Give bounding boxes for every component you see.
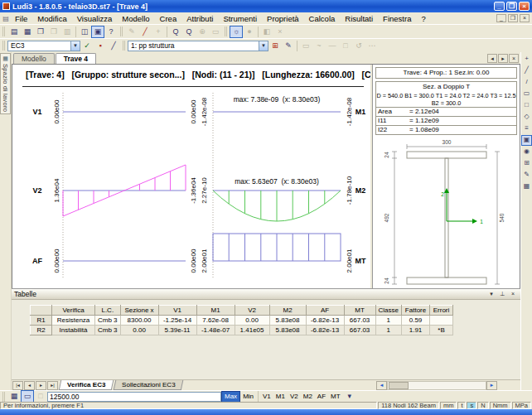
unit-mass[interactable]: t <box>457 402 466 409</box>
col-classe[interactable]: Classe <box>375 306 401 316</box>
cell[interactable]: 667.03 <box>344 326 375 335</box>
scroll-left-icon[interactable]: ◄ <box>376 381 387 390</box>
view-edit-button[interactable]: ▣ <box>91 26 104 38</box>
close-view-button[interactable]: × <box>273 26 287 38</box>
tab-modello[interactable]: Modello <box>13 53 55 64</box>
zoom-frame-button[interactable]: ▭ <box>209 26 222 38</box>
menu-crea[interactable]: Crea <box>155 13 182 24</box>
cell[interactable]: 7.62e-08 <box>196 316 235 326</box>
col-mt[interactable]: MT <box>344 306 375 316</box>
minimize-button[interactable]: _ <box>494 2 505 11</box>
cell[interactable]: 5.83e08 <box>269 326 306 335</box>
draw-tool-button-2[interactable]: ╱ <box>521 65 532 76</box>
spline-tool-button[interactable]: ~ <box>312 40 326 52</box>
cell[interactable]: Instabilità <box>52 326 95 335</box>
toolbar-grip[interactable] <box>123 41 125 51</box>
table-zoom-icon[interactable]: ▦ <box>7 390 21 403</box>
light-button[interactable]: ☼ <box>230 26 243 38</box>
menu-help[interactable]: ? <box>416 13 430 24</box>
menu-calcola[interactable]: Calcola <box>304 13 341 24</box>
nav-first-icon[interactable]: |◂ <box>12 381 23 390</box>
toolbar-grip[interactable] <box>2 392 5 402</box>
cell[interactable]: 5.39e-11 <box>158 326 196 335</box>
toolbar-grip[interactable] <box>225 27 227 36</box>
cell[interactable]: 1.41e05 <box>235 326 269 335</box>
copy-special-button[interactable]: ❐ <box>47 26 60 38</box>
col-v1[interactable]: V1 <box>158 306 196 316</box>
paste-button[interactable]: ▥ <box>60 26 74 38</box>
draw-tool-button-6[interactable]: ◇ <box>521 112 532 123</box>
draw-tool-button-9[interactable]: ◉ <box>521 147 532 157</box>
draw-tool-button-3[interactable]: / <box>521 77 532 88</box>
draw-tool-button-1[interactable]: + <box>521 54 532 65</box>
sheet-tab-verifica-ec3[interactable]: Verifica EC3 <box>59 380 114 390</box>
cell[interactable]: -1.25e-14 <box>158 316 196 326</box>
workspace-tab[interactable]: ▦ Spazio di lavoro <box>0 53 11 114</box>
chevron-down-icon[interactable]: ▼ <box>70 41 80 51</box>
peek-toggle-button[interactable]: ▭ <box>21 390 34 403</box>
col-m1[interactable]: M1 <box>196 306 235 316</box>
tab-trave-4[interactable]: Trave 4 <box>56 53 96 64</box>
min-button[interactable]: Min <box>240 392 256 402</box>
pane-close-icon[interactable]: × <box>508 290 518 298</box>
draw-tool-button-4[interactable]: ▭ <box>521 89 532 99</box>
chevron-down-icon[interactable]: ▼ <box>259 41 268 51</box>
node-tool-button[interactable]: ▪ <box>94 40 107 52</box>
row-header[interactable]: R1 <box>31 316 52 326</box>
section-x-field[interactable] <box>47 392 221 402</box>
nav-next-icon[interactable]: ▸ <box>36 381 46 390</box>
draw-tool-button-11[interactable]: ✎ <box>521 170 532 181</box>
draw-line-button[interactable]: ╱ <box>138 26 152 38</box>
toolbar-grip[interactable] <box>2 41 5 51</box>
pane-menu-icon[interactable]: ▾ <box>486 290 496 298</box>
mdi-restore-button[interactable]: ❐ <box>508 14 518 22</box>
m2-toggle-button[interactable]: M2 <box>301 392 315 402</box>
grid-button[interactable]: ⊞ <box>268 40 282 52</box>
row-header[interactable] <box>31 306 52 316</box>
diagram-canvas[interactable]: [Trave: 4] [Gruppo: strutture secon...] … <box>12 65 370 288</box>
mdi-minimize-button[interactable]: _ <box>496 14 506 22</box>
unit-time[interactable]: s <box>467 402 476 409</box>
unit-moment[interactable]: Nmm <box>490 402 511 409</box>
cell[interactable]: 1 <box>375 316 401 326</box>
cell[interactable]: 8300.00 <box>120 316 158 326</box>
col-af[interactable]: AF <box>306 306 344 316</box>
col-v2[interactable]: V2 <box>235 306 269 316</box>
menu-strumenti[interactable]: Strumenti <box>218 13 262 24</box>
scroll-right-icon[interactable]: ► <box>486 381 497 390</box>
cell[interactable]: 5.83e08 <box>269 316 306 326</box>
copy-button[interactable]: ❐ <box>34 26 47 38</box>
draw-tool-button-8[interactable]: ▣ <box>521 135 532 146</box>
cell[interactable]: 0.00 <box>120 326 158 335</box>
draw-tool-button-12[interactable]: ▦ <box>521 181 532 192</box>
add-button[interactable]: + <box>152 26 165 38</box>
undo-button[interactable]: ↺ <box>352 40 365 52</box>
col-errori[interactable]: Errori <box>430 306 453 316</box>
pane-pin-icon[interactable]: ⊥ <box>497 290 507 298</box>
cell[interactable]: 667.03 <box>344 316 375 326</box>
horizontal-scrollbar[interactable]: ◄ ► <box>376 381 497 390</box>
cell[interactable]: 1 <box>375 326 401 335</box>
bar-tool-button[interactable]: — <box>326 40 339 52</box>
cell[interactable]: Resistenza <box>52 316 95 326</box>
menu-file[interactable]: File <box>10 13 32 24</box>
analysis-combo[interactable]: EC3 ▼ <box>7 41 80 51</box>
cell[interactable]: Cmb 3 <box>95 316 121 326</box>
nav-prev-icon[interactable]: ◂ <box>24 381 35 390</box>
sheet-tab-sollecitazioni-ec3[interactable]: Sollecitazioni EC3 <box>114 380 184 390</box>
draw-tool-button-5[interactable]: □ <box>521 100 532 111</box>
tab-scroll-right-icon[interactable]: ▸ <box>498 54 508 63</box>
render-button[interactable]: ● <box>243 26 256 38</box>
split-view-button[interactable]: ◧ <box>260 26 273 38</box>
zoom-in-button[interactable]: Q <box>169 26 182 38</box>
cell[interactable] <box>430 316 453 326</box>
run-check-button[interactable]: ✓ <box>80 40 94 52</box>
cell[interactable]: Cmb 3 <box>95 326 121 335</box>
draw-tool-button-7[interactable]: ≡ <box>521 123 532 134</box>
max-button[interactable]: Max <box>221 391 240 403</box>
menu-modello[interactable]: Modello <box>117 13 154 24</box>
menu-visualizza[interactable]: Visualizza <box>72 13 118 24</box>
loadcase-combo[interactable]: 1: pp struttura ▼ <box>128 41 268 51</box>
nav-last-icon[interactable]: ▸| <box>47 381 58 390</box>
cell[interactable]: -6.82e-13 <box>306 326 344 335</box>
